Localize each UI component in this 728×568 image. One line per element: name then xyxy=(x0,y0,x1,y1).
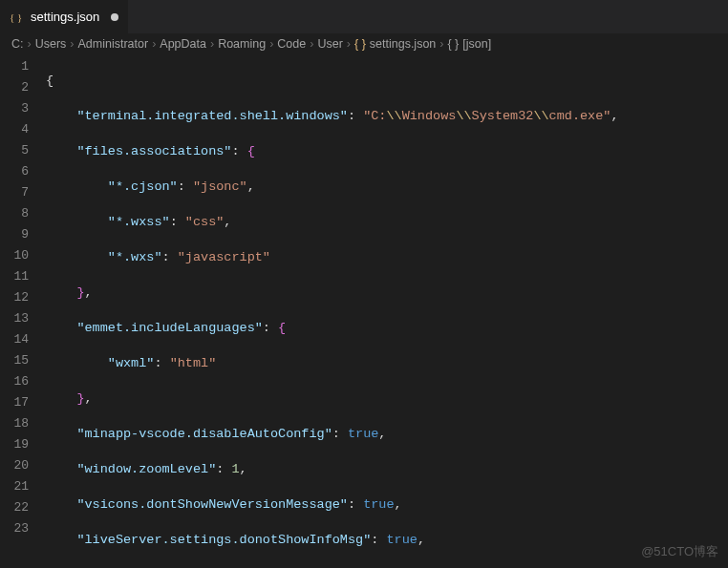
line-number: 16 xyxy=(0,371,46,392)
json-key: "*.wxs" xyxy=(108,250,162,264)
line-number: 21 xyxy=(0,476,46,497)
json-key: "*.wxss" xyxy=(108,215,170,229)
line-number: 4 xyxy=(0,119,46,140)
line-number: 8 xyxy=(0,203,46,224)
json-string: "jsonc" xyxy=(193,179,247,194)
json-key: "files.associations" xyxy=(76,144,231,158)
line-number: 17 xyxy=(0,392,46,413)
json-key: "vsicons.dontShowNewVersionMessage" xyxy=(76,497,348,512)
json-key: "minapp-vscode.disableAutoConfig" xyxy=(76,427,332,441)
line-number: 12 xyxy=(0,287,46,308)
json-bool: true xyxy=(386,533,417,547)
breadcrumb-file[interactable]: settings.json xyxy=(370,37,436,51)
json-key: "wxml" xyxy=(108,356,155,370)
breadcrumb-symbol[interactable]: [json] xyxy=(462,37,491,51)
json-file-icon: { } xyxy=(354,37,366,51)
json-symbol-icon: { } xyxy=(447,37,459,51)
chevron-right-icon: › xyxy=(347,37,351,51)
line-number: 19 xyxy=(0,434,46,455)
json-key: "window.zoomLevel" xyxy=(76,462,216,476)
json-number: 1 xyxy=(231,462,239,476)
json-key: "terminal.integrated.shell.windows" xyxy=(76,109,348,123)
chevron-right-icon: › xyxy=(152,37,156,51)
json-string: "css" xyxy=(185,215,225,229)
line-number: 7 xyxy=(0,182,46,203)
brace: { xyxy=(46,74,54,88)
json-bool: true xyxy=(363,497,394,512)
breadcrumb-segment[interactable]: Roaming xyxy=(218,37,266,51)
tab-filename: settings.json xyxy=(31,10,99,24)
line-number: 22 xyxy=(0,497,46,518)
unsaved-indicator-icon xyxy=(111,13,118,21)
tab-settings-json[interactable]: { } settings.json xyxy=(0,0,129,33)
line-number: 9 xyxy=(0,224,46,245)
line-number: 15 xyxy=(0,350,46,371)
line-number: 5 xyxy=(0,140,46,161)
tab-bar: { } settings.json xyxy=(0,0,728,33)
line-number: 18 xyxy=(0,413,46,434)
line-number: 10 xyxy=(0,245,46,266)
line-number-gutter: 1234567891011121314151617181920212223 xyxy=(0,54,46,568)
breadcrumb-segment[interactable]: AppData xyxy=(160,37,206,51)
json-key: "*.cjson" xyxy=(108,179,178,194)
json-string: "javascript" xyxy=(178,250,270,264)
json-string: "html" xyxy=(170,356,217,370)
line-number: 3 xyxy=(0,98,46,119)
chevron-right-icon: › xyxy=(310,37,313,51)
breadcrumb-segment[interactable]: C: xyxy=(11,37,24,51)
watermark: @51CTO博客 xyxy=(641,543,718,560)
json-key: "liveServer.settings.donotShowInfoMsg" xyxy=(76,533,371,547)
line-number: 11 xyxy=(0,266,46,287)
breadcrumb-segment[interactable]: User xyxy=(317,37,342,51)
json-key: "emmet.includeLanguages" xyxy=(76,321,262,335)
chevron-right-icon: › xyxy=(439,37,443,51)
json-string: "C: xyxy=(363,109,386,123)
chevron-right-icon: › xyxy=(28,37,32,51)
json-bool: true xyxy=(348,427,378,441)
line-number: 14 xyxy=(0,329,46,350)
line-number: 20 xyxy=(0,455,46,476)
editor[interactable]: 1234567891011121314151617181920212223 { … xyxy=(0,54,728,568)
json-file-icon: { } xyxy=(10,10,25,25)
chevron-right-icon: › xyxy=(269,37,273,51)
line-number: 2 xyxy=(0,77,46,98)
breadcrumb[interactable]: C:› Users› Administrator› AppData› Roami… xyxy=(0,33,728,54)
breadcrumb-segment[interactable]: Code xyxy=(277,37,306,51)
breadcrumb-segment[interactable]: Users xyxy=(35,37,67,51)
line-number: 13 xyxy=(0,308,46,329)
svg-text:{ }: { } xyxy=(10,11,22,23)
line-number: 1 xyxy=(0,56,46,77)
line-number: 6 xyxy=(0,161,46,182)
line-number: 23 xyxy=(0,518,46,539)
chevron-right-icon: › xyxy=(70,37,74,51)
escape-seq: \\ xyxy=(386,109,401,123)
code-content[interactable]: { "terminal.integrated.shell.windows": "… xyxy=(46,54,728,568)
breadcrumb-segment[interactable]: Administrator xyxy=(78,37,149,51)
chevron-right-icon: › xyxy=(210,37,214,51)
